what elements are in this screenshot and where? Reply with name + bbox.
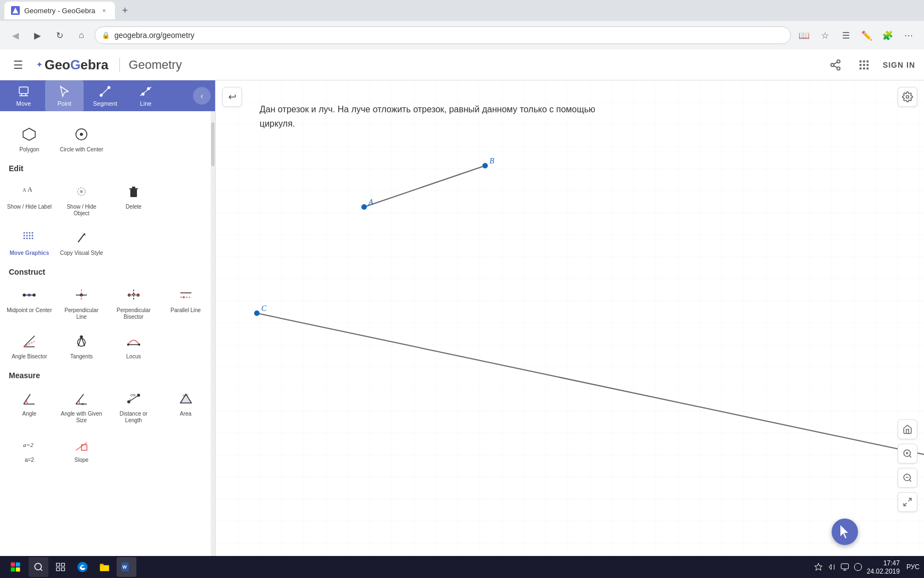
tool-empty-5 [161,223,211,261]
copy-visual-style-label: Copy Visual Style [60,250,103,257]
svg-rect-14 [866,67,868,69]
taskbar-task-view-btn[interactable] [51,557,70,577]
show-hide-object-icon [72,182,91,201]
tool-locus[interactable]: Locus [109,327,159,364]
svg-point-113 [35,563,41,570]
settings-btn[interactable] [898,87,917,107]
parallel-line-icon [176,285,196,305]
sign-in-button[interactable]: SIGN IN [883,61,915,69]
taskbar-right: 17:47 24.02.2019 РУС [814,559,920,575]
angle-given-size-label: Angle with Given Size [59,411,105,424]
svg-line-105 [909,479,911,481]
edit-btn[interactable]: ✏️ [858,26,876,44]
sidebar-tool-line[interactable]: Line [127,80,165,111]
edit-tools-grid: A A Show / Hide Label Show / Hide Object [0,175,215,223]
tangents-label: Tangents [70,353,93,360]
active-tab[interactable]: Geometry - GeoGebra × [4,2,115,19]
share-btn[interactable] [826,55,845,75]
tool-show-hide-object[interactable]: Show / Hide Object [57,177,107,221]
taskbar-edge-btn[interactable] [73,557,92,577]
address-bar[interactable]: 🔒 geogebra.org/geometry [95,26,791,44]
perpendicular-line-label: Perpendicular Line [59,307,105,320]
svg-line-66 [24,341,35,347]
sidebar-tool-segment[interactable]: Segment [86,80,124,111]
svg-point-40 [26,235,28,237]
svg-point-3 [837,67,840,70]
tool-az-label[interactable]: a=2 a=2 [4,430,54,468]
zoom-out-btn[interactable] [898,468,917,488]
home-button[interactable]: ⌂ [73,26,90,44]
tool-polygon[interactable]: Polygon [4,120,54,157]
tool-empty-7 [109,430,159,468]
back-button[interactable]: ◀ [7,26,24,44]
svg-rect-6 [860,60,862,62]
home-view-btn[interactable] [898,419,917,439]
slope-label: Slope [74,457,89,464]
svg-text:cm²: cm² [183,394,188,397]
tool-angle-given-size[interactable]: α Angle with Given Size [57,384,107,428]
menu-hamburger-btn[interactable]: ☰ [9,54,28,76]
sidebar-header: Move Point Segment Line ‹ [0,80,215,111]
reader-mode-btn[interactable]: 📖 [795,26,813,44]
sidebar-tool-move[interactable]: Move [4,80,43,111]
fullscreen-btn[interactable] [898,492,917,512]
svg-rect-116 [62,563,65,566]
sidebar-collapse-btn[interactable]: ‹ [193,87,211,105]
zoom-in-btn[interactable] [898,444,917,464]
floating-cursor-btn[interactable] [832,519,858,545]
perpendicular-bisector-icon [124,285,144,305]
measure-section-label: Measure [0,367,215,382]
scroll-thumb[interactable] [211,122,215,166]
refresh-button[interactable]: ↻ [51,26,68,44]
favorites-btn[interactable]: ☆ [816,26,834,44]
tool-move-graphics[interactable]: Move Graphics [4,223,54,261]
undo-btn[interactable]: ↩ [222,87,242,107]
extensions-btn[interactable]: 🧩 [879,26,897,44]
tool-tangents[interactable]: Tangents [57,327,107,364]
svg-point-99 [906,96,909,99]
collections-btn[interactable]: ☰ [837,26,855,44]
svg-line-22 [101,88,109,95]
svg-rect-11 [866,64,868,66]
tool-angle-bisector[interactable]: Angle Bisector [4,327,54,364]
svg-rect-109 [11,563,15,566]
tool-slope[interactable]: Slope [57,430,107,468]
tool-show-hide-label[interactable]: A A Show / Hide Label [4,177,54,221]
tool-area[interactable]: cm² Area [161,384,211,428]
delete-icon [124,182,144,201]
tool-circle-center[interactable]: Circle with Center [57,120,107,157]
tab-bar: Geometry - GeoGebra × + [0,0,924,21]
tool-delete[interactable]: Delete [109,177,159,221]
nav-right-buttons: 📖 ☆ ☰ ✏️ 🧩 ⋯ [795,26,917,44]
tool-perpendicular-bisector[interactable]: Perpendicular Bisector [109,281,159,325]
sidebar-scrollbar[interactable]: ▲ ▼ [211,111,215,578]
tool-midpoint-center[interactable]: Midpoint or Center [4,281,54,325]
svg-point-1 [837,59,840,63]
svg-rect-117 [57,568,60,571]
taskbar-word-btn[interactable]: W [117,557,136,577]
svg-point-36 [24,232,25,234]
start-button[interactable] [4,557,26,577]
svg-rect-10 [863,64,865,66]
sidebar-tool-point[interactable]: Point [45,80,84,111]
sidebar-tool-move-label: Move [16,100,31,107]
tool-perpendicular-line[interactable]: Perpendicular Line [57,281,107,325]
tool-distance-length[interactable]: cm 2 Distance or Length [109,384,159,428]
tool-parallel-line[interactable]: Parallel Line [161,281,211,325]
svg-point-97 [254,310,260,316]
tool-angle[interactable]: Angle [4,384,54,428]
svg-point-43 [26,238,28,239]
forward-button[interactable]: ▶ [29,26,46,44]
taskbar-explorer-btn[interactable] [95,557,114,577]
apps-grid-btn[interactable] [854,55,874,75]
svg-line-101 [909,455,911,457]
svg-rect-13 [863,67,865,69]
distance-length-label: Distance or Length [111,411,157,424]
angle-icon [19,389,39,408]
taskbar-search-btn[interactable] [29,557,48,577]
tab-close-btn[interactable]: × [100,6,108,15]
tool-copy-visual-style[interactable]: Copy Visual Style [57,223,107,261]
svg-marker-123 [815,563,822,570]
menu-btn[interactable]: ⋯ [900,26,917,44]
new-tab-button[interactable]: + [117,3,133,18]
